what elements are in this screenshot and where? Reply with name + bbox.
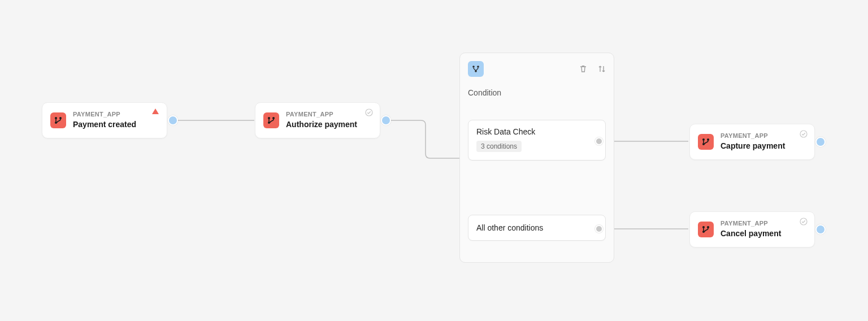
branch-output-handle[interactable] bbox=[595, 137, 603, 145]
condition-title: Condition bbox=[468, 88, 606, 97]
node-app-label: PAYMENT_APP bbox=[286, 111, 357, 119]
node-title: Cancel payment bbox=[721, 229, 781, 239]
node-cancel-payment[interactable]: PAYMENT_APP Cancel payment bbox=[689, 211, 815, 248]
node-app-label: PAYMENT_APP bbox=[721, 220, 781, 228]
condition-branch-other[interactable]: All other conditions bbox=[468, 215, 606, 241]
node-output-handle[interactable] bbox=[815, 137, 826, 147]
condition-branch-risk[interactable]: Risk Data Check 3 conditions bbox=[468, 120, 606, 160]
git-branch-icon bbox=[50, 112, 66, 128]
reorder-icon[interactable] bbox=[598, 64, 606, 73]
svg-point-10 bbox=[702, 138, 705, 141]
node-title: Capture payment bbox=[721, 141, 785, 151]
warning-triangle-icon bbox=[152, 109, 159, 114]
svg-point-6 bbox=[366, 109, 372, 116]
node-capture-payment[interactable]: PAYMENT_APP Capture payment bbox=[689, 124, 815, 160]
node-output-handle[interactable] bbox=[815, 224, 826, 235]
branch-name: All other conditions bbox=[476, 223, 543, 232]
branch-split-icon bbox=[468, 61, 484, 77]
svg-point-8 bbox=[477, 66, 479, 68]
node-title: Authorize payment bbox=[286, 120, 357, 130]
node-authorize-payment[interactable]: PAYMENT_APP Authorize payment bbox=[255, 102, 380, 138]
svg-point-7 bbox=[472, 66, 475, 68]
branch-output-handle[interactable] bbox=[595, 225, 603, 233]
node-app-label: PAYMENT_APP bbox=[73, 111, 136, 119]
git-branch-icon bbox=[263, 112, 279, 128]
svg-point-3 bbox=[268, 117, 270, 119]
svg-point-14 bbox=[702, 226, 705, 228]
node-output-handle[interactable] bbox=[168, 115, 178, 125]
svg-point-0 bbox=[55, 117, 57, 119]
node-output-handle[interactable] bbox=[381, 115, 391, 125]
check-circle-icon bbox=[800, 130, 808, 140]
trash-icon[interactable] bbox=[579, 64, 588, 73]
svg-point-4 bbox=[272, 117, 275, 119]
svg-point-13 bbox=[800, 131, 807, 137]
condition-node[interactable]: Condition Risk Data Check 3 conditions A… bbox=[459, 53, 614, 263]
branch-badge: 3 conditions bbox=[476, 141, 522, 152]
workflow-canvas[interactable]: PAYMENT_APP Payment created PAYMENT_APP … bbox=[0, 0, 868, 321]
check-circle-icon bbox=[800, 218, 808, 228]
svg-point-15 bbox=[707, 226, 709, 228]
check-circle-icon bbox=[365, 109, 373, 119]
git-branch-icon bbox=[698, 134, 714, 150]
node-app-label: PAYMENT_APP bbox=[721, 132, 785, 140]
svg-point-17 bbox=[800, 218, 807, 225]
svg-point-11 bbox=[707, 138, 709, 141]
svg-point-1 bbox=[59, 117, 62, 119]
node-title: Payment created bbox=[73, 120, 136, 130]
branch-name: Risk Data Check bbox=[476, 127, 597, 136]
node-payment-created[interactable]: PAYMENT_APP Payment created bbox=[42, 102, 167, 138]
workflow-edges bbox=[0, 0, 868, 321]
git-branch-icon bbox=[698, 222, 714, 237]
